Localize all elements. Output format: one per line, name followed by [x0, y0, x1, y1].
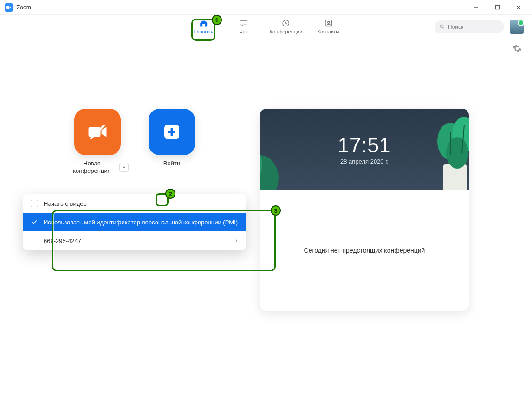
new-meeting-dropdown: Начать с видео Использовать мой идентифи…	[23, 194, 246, 250]
settings-button[interactable]	[513, 44, 522, 58]
new-meeting-options-button[interactable]	[119, 163, 129, 172]
dropdown-item-start-with-video[interactable]: Начать с видео	[23, 194, 246, 213]
tile-join-label: Войти	[163, 160, 180, 167]
agenda-card: 17:51 28 апреля 2020 г. Сегодня нет пред…	[260, 109, 469, 311]
check-icon	[31, 219, 38, 225]
toolbar-row	[0, 39, 532, 58]
agenda-empty-text: Сегодня нет предстоящих конференций	[304, 247, 425, 254]
tile-join[interactable]: Войти	[139, 109, 204, 174]
chevron-right-icon	[234, 237, 239, 244]
dropdown-start-video-label: Начать с видео	[44, 200, 87, 207]
search-input[interactable]: Поиск	[435, 20, 504, 33]
tiles-area: Новая конференция Войти Запланировать	[28, 109, 241, 311]
plus-icon	[149, 109, 195, 155]
window-controls	[465, 0, 529, 15]
maximize-button[interactable]	[487, 0, 508, 15]
checkbox-unchecked-icon	[31, 200, 38, 207]
search-placeholder: Поиск	[448, 24, 463, 30]
tile-new-meeting-label: Новая конференция	[66, 160, 117, 174]
dropdown-pmi-number: 669-295-4247	[44, 237, 81, 244]
zoom-app-icon	[5, 3, 13, 12]
dropdown-use-pmi-label: Использовать мой идентификатор персональ…	[44, 219, 238, 226]
titlebar: Zoom	[0, 0, 532, 15]
plant-decoration-left	[260, 109, 288, 190]
nav-contacts[interactable]: Контакты	[314, 19, 342, 34]
clock-date: 28 апреля 2020 г.	[340, 158, 389, 165]
nav-home-label: Главная	[194, 29, 214, 34]
nav-meetings[interactable]: Конференции	[270, 19, 303, 34]
dropdown-item-pmi-number[interactable]: 669-295-4247	[23, 231, 246, 250]
video-icon	[74, 109, 121, 155]
svg-rect-0	[6, 6, 10, 9]
svg-line-9	[443, 27, 444, 29]
dropdown-item-use-pmi[interactable]: Использовать мой идентификатор персональ…	[23, 213, 246, 231]
plant-decoration-right	[418, 109, 469, 190]
close-button[interactable]	[508, 0, 529, 15]
nav-chat[interactable]: Чат	[230, 19, 258, 34]
nav-meetings-label: Конференции	[270, 29, 303, 34]
svg-point-15	[260, 155, 279, 190]
main-content: Новая конференция Войти Запланировать	[0, 58, 532, 311]
clock-panel: 17:51 28 апреля 2020 г.	[260, 109, 469, 190]
tile-new-meeting[interactable]: Новая конференция	[65, 109, 130, 174]
svg-rect-2	[495, 5, 499, 9]
minimize-button[interactable]	[465, 0, 487, 15]
svg-point-20	[446, 137, 468, 169]
clock-time: 17:51	[337, 134, 391, 157]
window-title: Zoom	[17, 4, 31, 11]
nav-contacts-label: Контакты	[318, 29, 340, 34]
svg-point-7	[327, 21, 329, 23]
nav-home[interactable]: Главная	[190, 19, 218, 34]
svg-point-8	[440, 25, 443, 28]
agenda-body: Сегодня нет предстоящих конференций	[260, 190, 469, 311]
navbar: Главная Чат Конференции Контакты Поиск	[0, 15, 532, 39]
avatar[interactable]	[510, 20, 524, 34]
nav-chat-label: Чат	[240, 29, 248, 34]
